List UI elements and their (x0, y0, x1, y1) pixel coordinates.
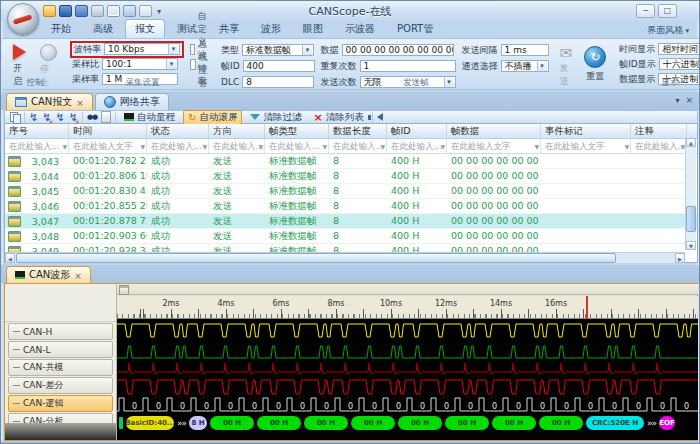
time-ruler[interactable]: 2ms4ms6ms8ms10ms12ms14ms16ms (117, 296, 698, 319)
column-filter[interactable]: 在此处输入... (5, 139, 69, 153)
column-header[interactable]: 注释 (631, 124, 687, 138)
close-tab-icon[interactable] (74, 270, 82, 281)
column-header[interactable]: 状态 (147, 124, 209, 138)
scroll-thumb[interactable] (686, 206, 696, 232)
filter-funnel-icon[interactable] (624, 141, 629, 151)
scroll-up-icon[interactable]: ▲ (686, 138, 696, 147)
copy-icon[interactable] (10, 112, 20, 123)
column-filter[interactable]: 在此处输入文字 (447, 139, 541, 153)
frame-id-input[interactable]: 400 (243, 60, 315, 72)
filter-funnel-icon[interactable] (322, 141, 327, 151)
last-frame-icon[interactable]: ↯× (69, 111, 78, 124)
filter-funnel-icon[interactable] (380, 141, 385, 151)
vertical-scrollbar[interactable]: ▲ ▼ (685, 138, 696, 250)
filter-funnel-icon[interactable] (258, 141, 263, 151)
export-icon[interactable] (101, 111, 111, 123)
column-filter[interactable]: 在此处输入... (387, 139, 447, 153)
repeat-count-input[interactable]: 1 (360, 60, 456, 72)
column-filter[interactable]: 在此处输入... (147, 139, 209, 153)
column-header[interactable]: 事件标记 (541, 124, 631, 138)
channel-button[interactable]: CAN-差分 (8, 377, 113, 394)
close-tab-icon[interactable] (76, 97, 84, 108)
table-row[interactable]: 3,04400:01:20.806 104成功发送标准数据帧8400 H00 0… (5, 169, 697, 184)
filter-funnel-icon[interactable] (440, 141, 445, 151)
frame-data-input[interactable]: 00 00 00 00 00 00 00 00 (342, 44, 454, 56)
first-frame-icon[interactable]: ↯ (29, 111, 38, 124)
ribbon-tab[interactable]: PORT管 (387, 19, 443, 38)
scroll-left-icon[interactable]: ◀ (5, 253, 15, 263)
bus-ack-checkbox[interactable]: 总线应答 (190, 57, 213, 71)
column-filter[interactable]: 在此处输入... (265, 139, 329, 153)
ribbon-tab[interactable]: 眼图 (293, 19, 333, 38)
tab-can-messages[interactable]: CAN报文 (6, 93, 93, 110)
acquisition-group-label: 采集设置 (68, 77, 217, 89)
table-row[interactable]: 3,04700:01:20.878 754成功发送标准数据帧8400 H00 0… (5, 214, 697, 229)
column-header[interactable]: 时间 (69, 124, 147, 138)
column-filter[interactable]: 在此处输入文字 (541, 139, 631, 153)
tab-network-share[interactable]: 网络共享 (95, 93, 169, 110)
send-interval-input[interactable]: 1 ms (501, 44, 549, 56)
table-row[interactable]: 3,04600:01:20.855 204成功发送标准数据帧8400 H00 0… (5, 199, 697, 214)
cursor-marker[interactable] (586, 296, 588, 319)
cell-status: 成功 (147, 199, 209, 213)
table-row[interactable]: 3,04800:01:20.903 604成功发送标准数据帧8400 H00 0… (5, 229, 697, 244)
waveform-scroll-strip[interactable] (117, 284, 698, 295)
horizontal-scrollbar[interactable]: ◀ ▶ (5, 252, 685, 263)
next-frame-icon[interactable]: ↯ (55, 111, 64, 124)
scroll-handle-icon[interactable] (119, 285, 129, 295)
ribbon-tab[interactable]: 高级 (83, 19, 123, 38)
table-row[interactable]: 3,04300:01:20.782 254成功发送标准数据帧8400 H00 0… (5, 154, 697, 169)
filter-funnel-icon[interactable] (202, 141, 207, 151)
search-icon[interactable]: ●● (87, 111, 97, 123)
column-filter[interactable]: 在此处输入... (329, 139, 387, 153)
logic-bit-label: 0 (228, 402, 233, 411)
ribbon-tab[interactable]: 开始 (41, 19, 81, 38)
ribbon-tab[interactable]: 报文 (125, 19, 165, 38)
minimize-button[interactable]: − (636, 4, 655, 18)
column-header[interactable]: 帧类型 (265, 124, 329, 138)
cell-data: 00 00 00 00 00 00 ... (447, 199, 541, 213)
baud-select[interactable]: 10 Kbps (104, 43, 180, 55)
filter-funnel-icon[interactable] (62, 141, 67, 151)
clear-filter-button[interactable]: 清除过滤 (246, 111, 305, 124)
logic-bit-label: 0 (132, 402, 137, 411)
column-filter[interactable]: 在此处输入... (209, 139, 265, 153)
auto-range-button[interactable]: 自动量程 (120, 111, 179, 124)
time-display-select[interactable]: 相对时间 (658, 43, 700, 55)
channel-button[interactable]: CAN-逻辑 (8, 395, 113, 412)
filter-funnel-icon[interactable] (140, 141, 145, 151)
column-filter[interactable]: 在此处输入文字 (69, 139, 147, 153)
table-row[interactable]: 3,04500:01:20.830 454成功发送标准数据帧8400 H00 0… (5, 184, 697, 199)
column-filter[interactable]: 在此处输入... (631, 139, 687, 153)
scroll-thumb[interactable] (16, 253, 616, 263)
clear-list-button[interactable]: 清除列表 (309, 111, 367, 124)
document-tab-row: CAN报文 网络共享 (1, 92, 699, 110)
app-logo-icon[interactable] (7, 3, 39, 35)
frame-type-select[interactable]: 标准数据帧 (242, 44, 314, 56)
column-header[interactable]: 帧数据 (447, 124, 541, 138)
column-header[interactable]: 序号 (5, 124, 69, 138)
scroll-right-icon[interactable]: ▶ (675, 253, 685, 263)
column-header[interactable]: 方向 (209, 124, 265, 138)
interface-style-button[interactable]: 界面风格 (647, 24, 689, 37)
id-display-select[interactable]: 十六进制 (659, 58, 700, 70)
ribbon-tab[interactable]: 波形 (251, 19, 291, 38)
auto-scroll-button[interactable]: 自动滚屏 (183, 110, 242, 125)
panel-close-icon[interactable] (685, 88, 693, 107)
channel-select[interactable]: 不插播 (501, 60, 549, 72)
panel-menu-icon[interactable] (675, 88, 679, 107)
column-header[interactable]: 帧ID (387, 124, 447, 138)
ribbon-tab[interactable]: 共享 (209, 19, 249, 38)
speaker-icon[interactable] (377, 113, 383, 121)
channel-button[interactable]: CAN-L (8, 341, 113, 358)
ribbon-tab[interactable]: 示波器 (335, 19, 385, 38)
tab-can-waveform[interactable]: CAN波形 (6, 266, 91, 283)
maximize-button[interactable]: □ (658, 4, 677, 18)
channel-button[interactable]: CAN-H (8, 323, 113, 340)
column-header[interactable]: 数据长度 (329, 124, 387, 138)
prev-frame-icon[interactable]: ↯× (42, 111, 51, 124)
sample-ratio-select[interactable]: 100:1 (102, 58, 178, 70)
filter-funnel-icon[interactable] (534, 141, 539, 151)
scroll-down-icon[interactable]: ▼ (686, 241, 696, 250)
channel-button[interactable]: CAN-共模 (8, 359, 113, 376)
